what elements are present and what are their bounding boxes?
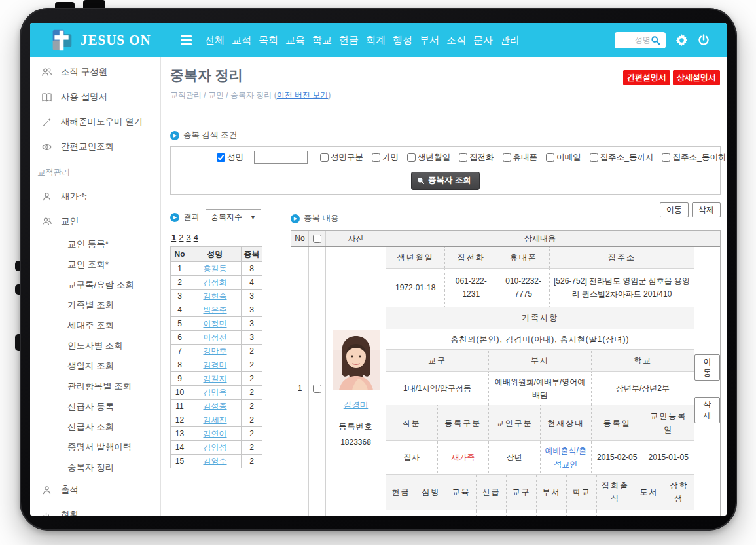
delete-button[interactable]: 삭제	[692, 202, 721, 217]
sidebar-subitem-member-register[interactable]: 교인 등록*	[30, 234, 160, 254]
filter-name-type-checkbox[interactable]	[320, 153, 329, 162]
app-logo[interactable]: JESUS ON	[30, 28, 171, 52]
result-row: 9김길자2	[171, 372, 262, 386]
app-header: JESUS ON 전체 교적 목회 교육 학교 헌금 회계 행정 부서 조직 문…	[30, 23, 727, 57]
detail-member-name-link[interactable]: 김경미	[344, 400, 369, 411]
filter-mobile-checkbox[interactable]	[503, 153, 511, 162]
search-icon[interactable]	[651, 35, 660, 45]
power-icon[interactable]	[698, 34, 710, 46]
sidebar-subitem-district-roster[interactable]: 교구록/요람 조회	[30, 274, 160, 295]
filter-birthdate[interactable]: 생년월일	[407, 152, 450, 163]
duplicate-count-dropdown[interactable]: 중복자수 ▼	[206, 209, 261, 225]
nav-item-admin[interactable]: 행정	[393, 34, 412, 47]
member-link[interactable]: 홍길동	[204, 264, 227, 273]
sidebar-subitem-duplicate-cleanup[interactable]: 중복자 정리	[30, 457, 160, 478]
header-member-registered-date: 교인등록일	[643, 405, 694, 440]
select-all-checkbox[interactable]	[313, 235, 321, 243]
nav-item-ministry[interactable]: 목회	[259, 34, 278, 47]
sidebar-subitem-by-family[interactable]: 가족별 조회	[30, 295, 160, 315]
sidebar-subitem-grade-register[interactable]: 신급자 등록	[30, 396, 160, 417]
filter-home-phone[interactable]: 집전화	[459, 152, 494, 163]
member-link[interactable]: 김연아	[204, 429, 227, 438]
member-link[interactable]: 김길자	[204, 374, 227, 383]
result-row: 10김명옥2	[171, 386, 262, 400]
nav-item-management[interactable]: 관리	[500, 34, 520, 47]
name-search-input[interactable]	[254, 151, 308, 164]
member-link[interactable]: 김세진	[204, 415, 227, 424]
nav-item-accounting[interactable]: 회계	[366, 34, 386, 47]
move-button[interactable]: 이동	[660, 202, 689, 217]
filter-address-to-dong-checkbox[interactable]	[590, 153, 598, 162]
filter-address-below-dong-checkbox[interactable]	[662, 153, 670, 162]
search-duplicates-button[interactable]: 중복자 조회	[411, 172, 480, 190]
filter-email-checkbox[interactable]	[546, 153, 554, 162]
result-row: 6이정선3	[171, 331, 262, 345]
sidebar-item-organization-members[interactable]: 조직 구성원	[30, 60, 160, 85]
filter-alias[interactable]: 가명	[372, 152, 399, 163]
filter-address-to-dong[interactable]: 집주소_동까지	[590, 152, 654, 163]
member-registered-date-value: 2015-01-05	[643, 441, 694, 474]
page-link-2[interactable]: 2	[179, 233, 183, 242]
sidebar-item-status[interactable]: 현황	[30, 502, 160, 516]
sidebar-subitem-by-birthday[interactable]: 생일자 조회	[30, 356, 160, 376]
nav-item-sms[interactable]: 문자	[473, 34, 493, 47]
hamburger-menu-icon[interactable]	[181, 35, 192, 45]
record-move-button[interactable]: 이동	[694, 354, 720, 381]
nav-item-organization[interactable]: 조직	[446, 34, 466, 47]
member-link[interactable]: 이정민	[204, 319, 227, 328]
nav-item-department[interactable]: 부서	[420, 34, 439, 47]
member-link[interactable]: 김성종	[204, 402, 227, 411]
sidebar-item-user-manual[interactable]: 사용 설명서	[30, 85, 160, 109]
nav-item-education[interactable]: 교육	[285, 34, 305, 47]
filter-alias-checkbox[interactable]	[372, 153, 380, 162]
sidebar-subitem-grade-search[interactable]: 신급자 조회	[30, 417, 160, 437]
filter-address-below-dong[interactable]: 집주소_동이하	[662, 152, 726, 163]
sidebar-item-newyear-helper[interactable]: 새해준비도우미 열기	[30, 109, 160, 134]
member-link[interactable]: 강만호	[204, 347, 227, 356]
member-link[interactable]: 이정선	[204, 333, 227, 342]
simple-manual-button[interactable]: 간편설명서	[623, 70, 670, 85]
sidebar-item-member[interactable]: 교인	[30, 209, 160, 234]
family-value-row: 홍찬의(본인), 김경미(아내), 홍서현(딸1(장녀))	[386, 329, 694, 350]
filter-birthdate-checkbox[interactable]	[407, 153, 416, 162]
nav-item-school[interactable]: 학교	[312, 34, 332, 47]
status-value-row: 집사 새가족 장년 예배출석/출석교인 2015-02-05 2015-01-0…	[386, 441, 694, 475]
nav-item-offering[interactable]: 헌금	[339, 34, 359, 47]
filter-name[interactable]: 성명	[217, 152, 243, 163]
nav-item-records[interactable]: 교적	[232, 34, 251, 47]
detailed-manual-button[interactable]: 상세설명서	[673, 70, 720, 85]
page-link-1[interactable]: 1	[171, 233, 176, 242]
member-link[interactable]: 김현숙	[204, 291, 227, 301]
member-link[interactable]: 김영수	[204, 457, 227, 466]
filter-email[interactable]: 이메일	[546, 152, 581, 163]
current-status-value[interactable]: 예배출석/출석교인	[540, 441, 592, 474]
record-delete-button[interactable]: 삭제	[694, 397, 720, 423]
member-link[interactable]: 김경미	[204, 360, 227, 369]
member-link[interactable]: 박은주	[204, 305, 227, 314]
page-link-3[interactable]: 3	[186, 233, 190, 242]
filter-mobile[interactable]: 휴대폰	[503, 152, 538, 163]
sidebar-subitem-certificate-history[interactable]: 증명서 발행이력	[30, 437, 160, 457]
settings-gear-icon[interactable]	[675, 34, 688, 47]
sidebar-subitem-by-management-item[interactable]: 관리항목별 조회	[30, 376, 160, 396]
member-link[interactable]: 김영성	[204, 443, 227, 452]
nav-item-all[interactable]: 전체	[205, 34, 225, 47]
page-link-4[interactable]: 4	[194, 233, 198, 242]
sidebar-subitem-by-guide[interactable]: 인도자별 조회	[30, 335, 160, 356]
member-link[interactable]: 김정희	[204, 278, 227, 287]
sidebar-subitem-member-search[interactable]: 교인 조회*	[30, 254, 160, 274]
filter-name-checkbox[interactable]	[217, 153, 225, 162]
previous-version-link[interactable]: 이전 버전 보기	[277, 90, 329, 100]
filter-name-type[interactable]: 성명구분	[320, 152, 363, 163]
header-search-input[interactable]	[619, 35, 651, 45]
member-link[interactable]: 김명옥	[204, 388, 227, 397]
sidebar-item-new-family[interactable]: 새가족	[30, 184, 160, 209]
sidebar-item-quick-member-lookup[interactable]: 간편교인조회	[30, 134, 160, 159]
record-select-checkbox[interactable]	[313, 385, 321, 393]
sidebar-subitem-household-head[interactable]: 세대주 조회	[30, 315, 160, 335]
registration-type-value: 새가족	[437, 441, 489, 474]
filter-home-phone-checkbox[interactable]	[459, 153, 467, 162]
sidebar-item-attendance[interactable]: 출석	[30, 478, 160, 502]
header-search-box[interactable]	[615, 32, 666, 48]
section-title: 중복 검색 조건	[183, 130, 237, 141]
